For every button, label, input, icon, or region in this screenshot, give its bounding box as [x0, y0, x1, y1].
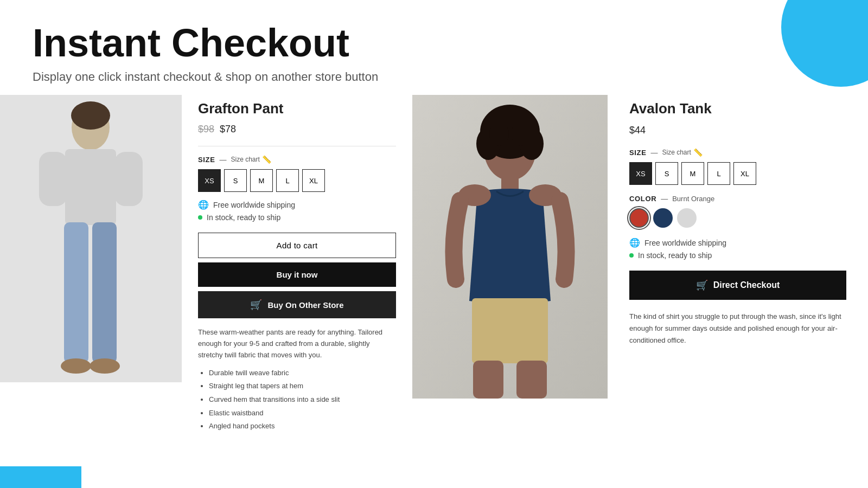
buy-now-button[interactable]: Buy it now: [198, 262, 396, 287]
right-size-label: SIZE: [629, 149, 647, 157]
direct-checkout-cart-icon: 🛒: [696, 279, 708, 291]
right-stock-text: In stock, ready to ship: [638, 251, 712, 260]
svg-point-16: [489, 122, 509, 146]
right-product-name: Avalon Tank: [629, 100, 846, 117]
left-price-original: $98: [198, 124, 214, 135]
svg-point-9: [71, 101, 110, 130]
divider-1: [198, 146, 396, 146]
svg-rect-23: [516, 361, 547, 399]
left-product-details: Grafton Pant $98 $78 SIZE — Size chart 📏: [182, 95, 412, 444]
blue-bar-decoration: [0, 466, 81, 488]
svg-rect-5: [64, 222, 88, 363]
left-product-svg: [0, 95, 182, 382]
right-size-chart-icon: 📏: [693, 148, 703, 157]
svg-rect-3: [39, 152, 67, 206]
middle-product-image: [412, 95, 608, 399]
right-size-s[interactable]: S: [655, 162, 678, 185]
buy-other-label: Buy On Other Store: [267, 300, 343, 310]
feature-4: Elastic waistband: [209, 407, 396, 420]
left-size-l[interactable]: L: [276, 169, 299, 192]
swatch-burnt-orange[interactable]: [629, 208, 649, 228]
left-size-xl[interactable]: XL: [302, 169, 325, 192]
left-stock-row: In stock, ready to ship: [198, 213, 396, 222]
swatch-light-gray[interactable]: [677, 208, 697, 228]
swatch-navy[interactable]: [653, 208, 673, 228]
svg-point-7: [61, 358, 91, 374]
left-size-label: SIZE: [198, 156, 215, 164]
right-size-chart-text: Size chart: [662, 149, 691, 156]
right-product-description: The kind of shirt you struggle to put th…: [629, 311, 846, 346]
direct-checkout-label: Direct Checkout: [713, 280, 780, 290]
right-stock-row: In stock, ready to ship: [629, 251, 846, 260]
content-area: Grafton Pant $98 $78 SIZE — Size chart 📏: [0, 95, 868, 444]
right-color-label-row: COLOR — Burnt Orange: [629, 195, 846, 203]
page-subtitle: Display one click instant checkout & sho…: [33, 70, 835, 84]
left-size-xs[interactable]: XS: [198, 169, 221, 192]
right-size-m[interactable]: M: [681, 162, 704, 185]
svg-rect-4: [114, 152, 143, 206]
feature-3: Curved hem that transitions into a side …: [209, 393, 396, 407]
left-size-chart-icon: 📏: [262, 155, 271, 164]
svg-rect-21: [472, 298, 548, 363]
left-size-m[interactable]: M: [250, 169, 273, 192]
left-product-section: Grafton Pant $98 $78 SIZE — Size chart 📏: [0, 95, 412, 444]
buy-other-cart-icon: 🛒: [250, 299, 262, 311]
right-product-price: $44: [629, 125, 846, 136]
left-size-chart-link[interactable]: Size chart 📏: [231, 155, 271, 164]
right-size-label-row: SIZE — Size chart 📏: [629, 148, 846, 157]
right-product-svg: [412, 95, 608, 399]
right-color-section: COLOR — Burnt Orange: [629, 195, 846, 228]
svg-rect-6: [92, 222, 117, 363]
left-size-chart-text: Size chart: [231, 156, 260, 163]
right-color-label: COLOR: [629, 195, 656, 203]
direct-checkout-button[interactable]: 🛒 Direct Checkout: [629, 271, 846, 300]
left-size-s[interactable]: S: [224, 169, 247, 192]
left-shipping-row: 🌐 Free worldwide shipping: [198, 200, 396, 210]
left-product-features: Durable twill weave fabric Straight leg …: [198, 367, 396, 433]
feature-2: Straight leg that tapers at hem: [209, 380, 396, 393]
left-product-description: These warm-weather pants are ready for a…: [198, 327, 396, 361]
right-size-xs[interactable]: XS: [629, 162, 652, 185]
right-color-swatches: [629, 208, 846, 228]
left-stock-text: In stock, ready to ship: [207, 213, 280, 222]
right-color-selected: Burnt Orange: [672, 195, 714, 203]
left-price-row: $98 $78: [198, 124, 396, 135]
feature-1: Durable twill weave fabric: [209, 367, 396, 380]
page-title: Instant Checkout: [33, 22, 835, 65]
right-shipping-icon: 🌐: [629, 237, 640, 248]
svg-rect-2: [65, 149, 116, 225]
right-size-l[interactable]: L: [707, 162, 730, 185]
svg-rect-22: [473, 361, 503, 399]
add-to-cart-button[interactable]: Add to cart: [198, 233, 396, 258]
svg-point-8: [90, 358, 120, 374]
right-size-dash: —: [651, 149, 658, 157]
left-size-label-row: SIZE — Size chart 📏: [198, 155, 396, 164]
right-size-chart-link[interactable]: Size chart 📏: [662, 148, 703, 157]
left-shipping-text: Free worldwide shipping: [213, 201, 295, 209]
right-color-dash: —: [661, 195, 668, 203]
left-product-image: [0, 95, 182, 382]
right-shipping-text: Free worldwide shipping: [644, 239, 726, 247]
svg-point-17: [511, 122, 531, 146]
left-size-buttons: XS S M L XL: [198, 169, 396, 192]
right-size-xl[interactable]: XL: [733, 162, 756, 185]
right-stock-dot: [629, 253, 634, 258]
left-size-section: SIZE — Size chart 📏 XS S M L XL: [198, 155, 396, 192]
feature-5: Angled hand pockets: [209, 420, 396, 433]
right-shipping-row: 🌐 Free worldwide shipping: [629, 237, 846, 248]
left-product-name: Grafton Pant: [198, 100, 396, 117]
header-section: Instant Checkout Display one click insta…: [0, 0, 868, 95]
middle-product-image-section: [412, 95, 608, 444]
buy-on-other-store-button[interactable]: 🛒 Buy On Other Store: [198, 291, 396, 318]
left-shipping-icon: 🌐: [198, 200, 209, 210]
right-size-buttons: XS S M L XL: [629, 162, 846, 185]
left-price-sale: $78: [220, 124, 236, 135]
left-size-dash: —: [220, 156, 227, 164]
right-panel: Avalon Tank $44 SIZE — Size chart 📏 XS S…: [608, 95, 868, 444]
left-stock-dot: [198, 215, 202, 220]
right-size-section: SIZE — Size chart 📏 XS S M L XL: [629, 148, 846, 185]
